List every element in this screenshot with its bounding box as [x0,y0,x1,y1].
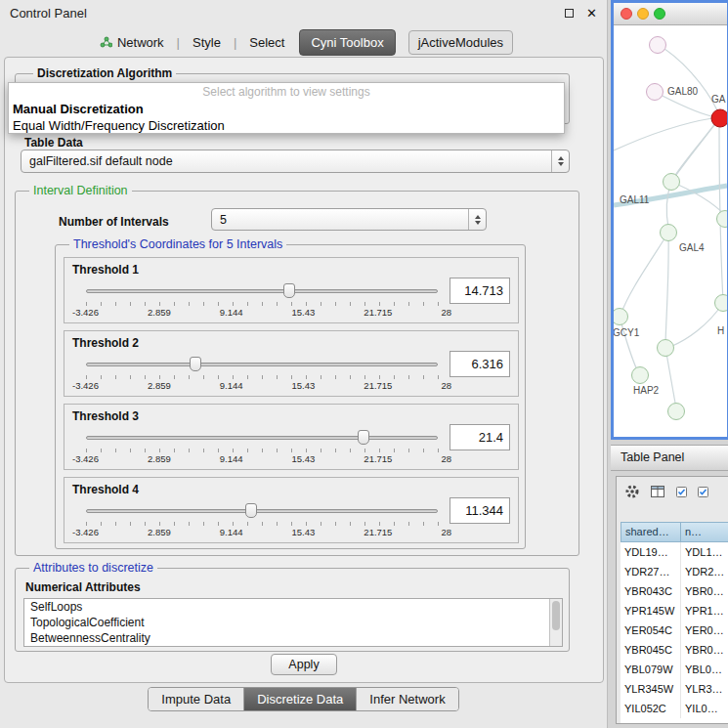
network-node[interactable] [661,225,677,241]
tab-cyni-toolbox[interactable]: Cyni Toolbox [299,29,395,56]
network-node[interactable] [717,211,728,228]
tick-label: 2.859 [148,527,171,537]
table-row[interactable]: YDL19…YDL1… [621,542,728,562]
list-item[interactable]: SelfLoops [24,599,562,615]
apply-button[interactable]: Apply [271,654,337,675]
table-cell[interactable]: YDR2… [681,562,728,581]
network-node[interactable] [711,109,727,127]
table-row[interactable]: YDR27…YDR2… [621,562,728,581]
float-window-icon[interactable] [565,9,574,18]
table-row[interactable]: YBR043CYBR0… [621,581,728,601]
network-node[interactable] [658,340,674,357]
threshold-slider[interactable] [86,430,438,446]
table-row[interactable]: YIL052CYIL0… [621,699,728,718]
columns-icon[interactable] [651,485,665,498]
network-node[interactable] [715,295,728,312]
app-root: Control Panel ✕ Network | Style | [0,0,728,728]
algorithm-dropdown-popup: Select algorithm to view settings Manual… [8,82,565,134]
attributes-list: SelfLoops TopologicalCoefficient Between… [23,598,563,647]
number-of-intervals-select[interactable]: 5 [211,208,487,231]
tab-impute-data[interactable]: Impute Data [149,688,244,710]
table-cell[interactable]: YIL052C [621,699,681,718]
table-cell[interactable]: YDL1… [681,542,728,562]
network-node[interactable] [614,309,628,325]
slider-track[interactable] [86,436,438,440]
table-cell[interactable]: YBR0… [681,581,728,601]
threshold-value-field[interactable]: 6.316 [450,351,510,377]
slider-thumb[interactable] [245,503,257,518]
tick-label: -3.426 [72,380,99,391]
combo-stepper-icon [468,209,486,230]
threshold-slider[interactable] [86,283,438,299]
algorithm-option-equal-width[interactable]: Equal Width/Frequency Discretization [9,117,564,134]
table-row[interactable]: YER054CYER0… [621,621,728,640]
network-node[interactable] [664,174,680,191]
table-cell[interactable]: YPR1… [681,601,728,621]
tab-style[interactable]: Style [187,31,227,54]
list-scrollbar[interactable] [549,599,562,646]
table-toolbar [617,477,728,506]
table-cell[interactable]: YBR045C [621,640,681,660]
close-traffic-light-icon[interactable] [621,8,632,20]
threshold-slider[interactable] [86,357,438,372]
network-view-window: GAL80GAGAL11GAL4GCY1HAP2H [611,0,728,440]
list-scrollbar-thumb[interactable] [552,601,560,630]
number-of-intervals-value: 5 [212,213,468,227]
table-cell[interactable]: YIL0… [681,699,728,718]
tab-select[interactable]: Select [243,31,290,54]
table-cell[interactable]: YLR345W [621,679,681,699]
close-window-icon[interactable]: ✕ [586,7,597,20]
network-node[interactable] [668,404,685,420]
algorithm-option-manual[interactable]: Manual Discretization [9,101,564,117]
table-row[interactable]: YPR145WYPR1… [621,601,728,621]
table-cell[interactable]: YBL0… [681,660,728,679]
network-node-label: H [717,325,724,336]
network-node[interactable] [647,84,664,101]
discretization-algorithm-group-title: Discretization Algorithm [33,66,176,80]
slider-track[interactable] [86,289,438,293]
table-row[interactable]: YBL079WYBL0… [621,660,728,679]
checkbox-icon[interactable] [676,487,687,497]
table-cell[interactable]: YDR27… [621,562,681,581]
minimize-traffic-light-icon[interactable] [637,8,649,20]
threshold-slider[interactable] [86,503,438,519]
zoom-traffic-light-icon[interactable] [654,8,665,20]
settings-gear-icon[interactable] [624,484,640,499]
network-node[interactable] [632,367,649,384]
table-cell[interactable]: YER0… [681,621,728,640]
tick-label: 15.43 [292,380,316,391]
tab-network[interactable]: Network [94,31,170,54]
column-header[interactable]: shared… [621,522,681,542]
table-cell[interactable]: YER054C [621,621,681,640]
threshold-label: Threshold 3 [72,409,139,423]
tab-jactivemodules[interactable]: jActiveModules [408,30,513,55]
table-cell[interactable]: YPR145W [621,601,681,621]
table-row[interactable]: YBR045CYBR0… [621,640,728,660]
tab-infer-network[interactable]: Infer Network [357,688,457,710]
tab-discretize-data[interactable]: Discretize Data [244,688,357,710]
slider-thumb[interactable] [190,357,201,371]
table-row[interactable]: YLR345WYLR3… [621,679,728,699]
table-cell[interactable]: YBL079W [621,660,681,679]
list-item[interactable]: BetweennessCentrality [24,630,562,646]
slider-thumb[interactable] [358,430,369,445]
threshold-value-field[interactable]: 14.713 [450,278,510,304]
threshold-value-field[interactable]: 21.4 [450,424,510,450]
network-window-titlebar [614,3,727,25]
tick-label: 9.144 [220,307,243,318]
table-cell[interactable]: YBR0… [681,640,728,660]
table-cell[interactable]: YDL19… [621,542,681,562]
table-cell[interactable]: YLR3… [681,679,728,699]
column-header[interactable]: n… [681,522,728,542]
threshold-value-field[interactable]: 11.344 [450,497,510,524]
checkbox-icon[interactable] [698,487,708,497]
table-cell[interactable]: YBR043C [621,581,681,601]
list-item[interactable]: TopologicalCoefficient [24,615,562,630]
slider-track[interactable] [86,363,438,366]
network-canvas[interactable]: GAL80GAGAL11GAL4GCY1HAP2H [614,25,727,436]
slider-thumb[interactable] [283,283,295,298]
slider-track[interactable] [86,509,438,513]
tab-cyni-toolbox-label: Cyni Toolbox [311,35,383,50]
network-node[interactable] [650,37,666,54]
table-data-select[interactable]: galFiltered.sif default node [21,150,570,173]
